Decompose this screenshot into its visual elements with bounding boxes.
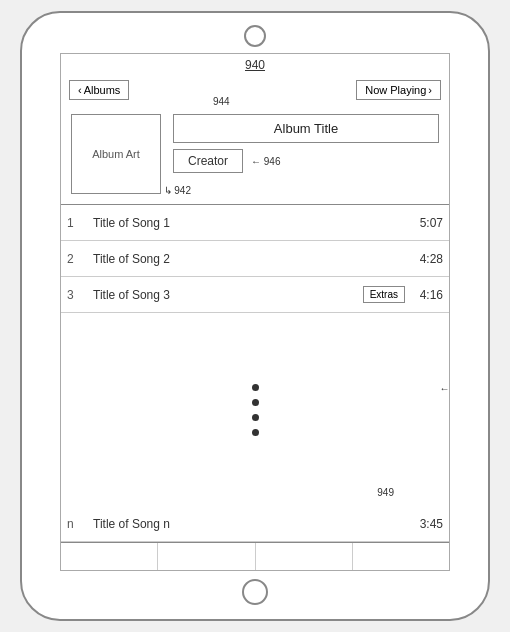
screen: 940 Albums Now Playing Album Art ↳ 942: [60, 53, 450, 571]
album-details: 944 Album Title Creator ← 946: [173, 114, 439, 194]
album-info: Album Art ↳ 942 944 Album Title Crea: [61, 106, 449, 204]
top-camera: [244, 25, 266, 47]
song-row-1: 1 Title of Song 1 5:07: [61, 205, 449, 241]
album-art: Album Art: [71, 114, 161, 194]
now-playing-button[interactable]: Now Playing: [356, 80, 441, 100]
col-header-1: [61, 543, 158, 570]
song-num-n: n: [67, 517, 87, 531]
song-title-1: Title of Song 1: [87, 216, 411, 230]
col-headers-row: [61, 542, 449, 570]
dot-3: [252, 414, 259, 421]
annotation-948: ← 948: [440, 382, 449, 393]
creator-box: Creator: [173, 149, 243, 173]
song-title-2: Title of Song 2: [87, 252, 411, 266]
song-duration-2: 4:28: [411, 252, 443, 266]
song-row-3: 3 Title of Song 3 Extras 4:16: [61, 277, 449, 313]
nav-bar: Albums Now Playing: [61, 74, 449, 106]
song-row-2: 2 Title of Song 2 4:28: [61, 241, 449, 277]
col-header-4: [353, 543, 449, 570]
screen-wrapper: 940 Albums Now Playing Album Art ↳ 942: [22, 53, 488, 571]
song-num-2: 2: [67, 252, 87, 266]
song-list: 1 Title of Song 1 5:07 2 Title of Song 2…: [61, 204, 449, 570]
song-num-1: 1: [67, 216, 87, 230]
bottom-bar: [22, 571, 488, 619]
song-duration-1: 5:07: [411, 216, 443, 230]
song-duration-3: 4:16: [411, 288, 443, 302]
home-button[interactable]: [242, 579, 268, 605]
creator-row: Creator ← 946: [173, 149, 439, 173]
col-header-3: [256, 543, 353, 570]
col-header-2: [158, 543, 255, 570]
dots-row: 949: [61, 313, 449, 506]
song-title-n: Title of Song n: [87, 517, 411, 531]
annotation-946: ← 946: [251, 156, 280, 167]
dot-1: [252, 384, 259, 391]
album-title: Album Title: [173, 114, 439, 143]
song-title-3: Title of Song 3: [87, 288, 363, 302]
back-button[interactable]: Albums: [69, 80, 129, 100]
annotation-944: 944: [213, 96, 230, 107]
annotation-949: 949: [377, 487, 394, 498]
device: 940 Albums Now Playing Album Art ↳ 942: [20, 11, 490, 621]
song-num-3: 3: [67, 288, 87, 302]
song-duration-n: 3:45: [411, 517, 443, 531]
dot-2: [252, 399, 259, 406]
song-row-n: n Title of Song n 3:45: [61, 506, 449, 542]
extras-button[interactable]: Extras: [363, 286, 405, 303]
screen-label: 940: [61, 54, 449, 74]
album-art-container: Album Art ↳ 942: [71, 114, 161, 194]
dot-4: [252, 429, 259, 436]
top-bar: [22, 13, 488, 53]
